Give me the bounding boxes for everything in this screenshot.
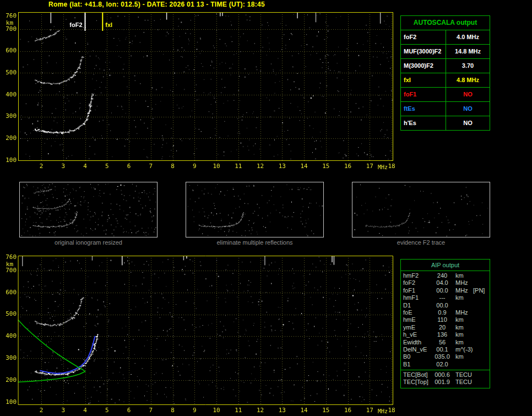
- autoscala-row-value: NO: [446, 88, 490, 101]
- aip-name: TEC[Bot]: [401, 371, 432, 379]
- aip-note: [473, 316, 490, 323]
- autoscala-row-label: fxI: [401, 73, 446, 87]
- autoscala-row-h'Es: h'EsNO: [401, 116, 490, 130]
- thumbnail-eliminate-multiples: [186, 182, 324, 237]
- aip-value: 56: [432, 339, 452, 346]
- autoscala-row-label: ftEs: [401, 102, 446, 116]
- aip-unit: TECU: [452, 371, 473, 379]
- aip-table-rows: hmF2240kmfoF204.0MHzfoF100.0MHz[PN]hmF1-…: [401, 271, 490, 368]
- aip-note: [473, 361, 490, 368]
- aip-unit: MHz: [452, 287, 473, 294]
- thumbnail-caption-evidence-f2: evidence F2 trace: [352, 239, 490, 246]
- aip-row-TEC[Bot]: TEC[Bot]000.6TECU: [401, 371, 490, 379]
- aip-row-DelN_vE: DelN_vE00.1m^(-3): [401, 346, 490, 353]
- aip-name: hmF1: [401, 294, 432, 301]
- aip-note: [473, 324, 490, 331]
- aip-title: AIP output: [401, 260, 490, 271]
- autoscala-row-label: M(3000)F2: [401, 59, 446, 73]
- autoscala-row-label: foF1: [401, 88, 446, 101]
- aip-unit: km: [452, 324, 473, 331]
- aip-name: B0: [401, 353, 432, 360]
- aip-note: [473, 339, 490, 346]
- autoscala-row-value: 3.70: [446, 59, 490, 73]
- thumbnail-evidence-f2-canvas: [352, 182, 490, 237]
- aip-value: 035.0: [432, 353, 452, 360]
- aip-row-D1: D100.0: [401, 302, 490, 309]
- aip-row-TEC[Top]: TEC[Top]001.9TECU: [401, 379, 490, 386]
- aip-row-foF1: foF100.0MHz[PN]: [401, 287, 490, 294]
- autoscala-row-value: 4.0 MHz: [446, 30, 490, 44]
- aip-unit: m^(-3): [452, 346, 473, 353]
- aip-value: 04.0: [432, 279, 452, 287]
- aip-note: [473, 294, 490, 301]
- aip-row-hmF2: hmF2240km: [401, 272, 490, 279]
- aip-row-foF2: foF204.0MHz: [401, 279, 490, 287]
- aip-unit: km: [452, 272, 473, 279]
- autoscala-row-value: 14.8 MHz: [446, 45, 490, 58]
- aip-row-hmF1: hmF1---km: [401, 294, 490, 301]
- autoscala-row-foF2: foF24.0 MHz: [401, 30, 490, 45]
- aip-note: [473, 331, 490, 338]
- aip-unit: km: [452, 353, 473, 360]
- ionogram-top-canvas: [0, 8, 399, 171]
- autoscala-row-ftEs: ftEsNO: [401, 102, 490, 116]
- page: { "header": { "title": "Rome (lat: +41.8…: [0, 0, 532, 416]
- aip-unit: km: [452, 339, 473, 346]
- aip-value: 02.0: [432, 361, 452, 368]
- aip-value: 00.0: [432, 302, 452, 309]
- autoscala-panel: AUTOSCALA output foF24.0 MHzMUF(3000)F21…: [400, 15, 490, 131]
- thumbnail-original: [19, 182, 158, 237]
- autoscala-row-M(3000)F2: M(3000)F23.70: [401, 59, 490, 73]
- page-title: Rome (lat: +41.8, lon: 012.5) - DATE: 20…: [48, 1, 265, 8]
- aip-name: foE: [401, 309, 432, 316]
- aip-value: ---: [432, 294, 452, 301]
- thumbnail-caption-original: original ionogram resized: [19, 239, 158, 246]
- aip-name: Ewidth: [401, 339, 432, 346]
- aip-panel: AIP output hmF2240kmfoF204.0MHzfoF100.0M…: [400, 259, 490, 388]
- aip-name: DelN_vE: [401, 346, 432, 353]
- autoscala-row-value: 4.8 MHz: [446, 73, 490, 87]
- aip-note: [473, 279, 490, 287]
- aip-note: [473, 353, 490, 360]
- thumbnail-evidence-f2: [352, 182, 490, 237]
- aip-name: B1: [401, 361, 432, 368]
- autoscala-row-foF1: foF1NO: [401, 88, 490, 102]
- aip-row-ymE: ymE20km: [401, 324, 490, 331]
- aip-unit: [452, 361, 473, 368]
- aip-value: 0.9: [432, 309, 452, 316]
- aip-name: D1: [401, 302, 432, 309]
- autoscala-row-label: h'Es: [401, 116, 446, 130]
- aip-note: [473, 302, 490, 309]
- autoscala-title: AUTOSCALA output: [401, 16, 490, 30]
- aip-unit: MHz: [452, 309, 473, 316]
- aip-value: 000.6: [432, 371, 452, 379]
- aip-value: 001.9: [432, 379, 452, 386]
- ionogram-bottom-canvas: [0, 252, 399, 416]
- autoscala-row-fxI: fxI4.8 MHz: [401, 73, 490, 88]
- aip-value: 110: [432, 316, 452, 323]
- aip-value: 00.1: [432, 346, 452, 353]
- autoscala-row-value: NO: [446, 116, 490, 130]
- aip-value: 20: [432, 324, 452, 331]
- aip-name: hmF2: [401, 272, 432, 279]
- autoscala-row-MUF(3000)F2: MUF(3000)F214.8 MHz: [401, 45, 490, 59]
- aip-row-B0: B0035.0km: [401, 353, 490, 360]
- aip-note: [473, 379, 490, 386]
- aip-row-hmE: hmE110km: [401, 316, 490, 323]
- aip-row-B1: B102.0: [401, 361, 490, 368]
- aip-separator: [401, 370, 490, 370]
- aip-note: [PN]: [473, 287, 490, 294]
- aip-unit: MHz: [452, 279, 473, 287]
- aip-note: [473, 371, 490, 379]
- autoscala-row-label: MUF(3000)F2: [401, 45, 446, 58]
- aip-unit: TECU: [452, 379, 473, 386]
- aip-row-h_vE: h_vE136km: [401, 331, 490, 338]
- autoscala-table-rows: foF24.0 MHzMUF(3000)F214.8 MHzM(3000)F23…: [401, 30, 490, 130]
- aip-value: 136: [432, 331, 452, 338]
- aip-name: ymE: [401, 324, 432, 331]
- aip-unit: [452, 302, 473, 309]
- aip-name: hmE: [401, 316, 432, 323]
- aip-value: 240: [432, 272, 452, 279]
- aip-note: [473, 309, 490, 316]
- aip-name: TEC[Top]: [401, 379, 432, 386]
